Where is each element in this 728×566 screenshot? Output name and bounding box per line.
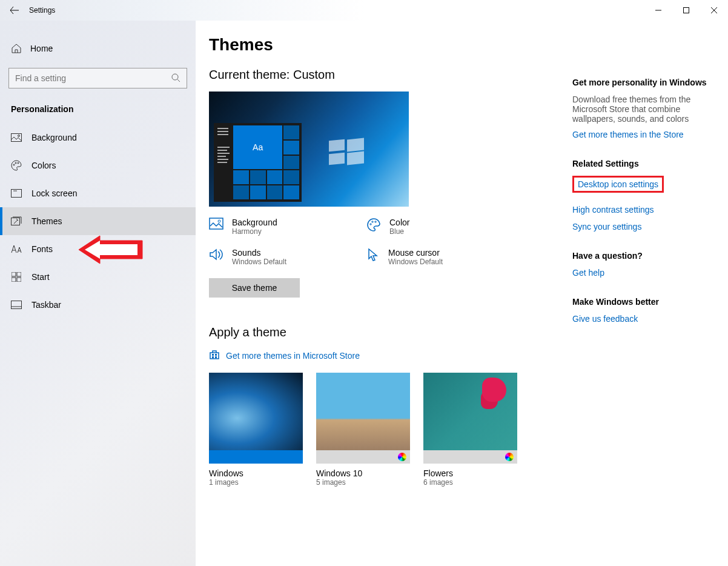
color-wheel-icon: [398, 453, 406, 461]
theme-thumbnail: [316, 373, 410, 464]
sidebar-item-label: Background: [31, 133, 77, 142]
svg-point-16: [370, 224, 371, 225]
feedback-heading: Make Windows better: [572, 297, 716, 307]
prop-title: Mouse cursor: [388, 248, 443, 258]
store-icon: [209, 349, 220, 362]
sidebar-item-label: Start: [31, 272, 50, 282]
home-icon: [11, 43, 22, 54]
start-icon: [11, 271, 22, 282]
home-nav[interactable]: Home: [0, 35, 196, 62]
svg-rect-13: [12, 301, 22, 309]
theme-card-windows10[interactable]: Windows 10 5 images: [316, 373, 410, 487]
back-button[interactable]: [0, 0, 29, 21]
high-contrast-link[interactable]: High contrast settings: [572, 205, 716, 215]
preview-tile-text: Aa: [233, 125, 282, 169]
feedback-link[interactable]: Give us feedback: [572, 314, 716, 324]
sidebar: Home Personalization Background Colors L…: [0, 21, 196, 566]
theme-prop-sounds[interactable]: SoundsWindows Default: [209, 248, 366, 266]
more-personality-heading: Get more personality in Windows: [572, 78, 716, 87]
prop-title: Sounds: [232, 248, 286, 258]
desktop-icon-settings-link[interactable]: Desktop icon settings: [578, 179, 658, 189]
maximize-button[interactable]: [672, 0, 700, 21]
theme-name: Windows: [209, 468, 303, 478]
svg-rect-8: [12, 218, 20, 225]
svg-rect-9: [12, 272, 16, 276]
svg-point-15: [218, 220, 220, 222]
prop-title: Color: [389, 218, 409, 227]
theme-prop-cursor[interactable]: Mouse cursorWindows Default: [366, 248, 524, 266]
svg-rect-11: [12, 278, 16, 282]
prop-value: Harmony: [232, 227, 277, 236]
svg-rect-10: [17, 272, 21, 276]
store-link[interactable]: Get more themes in Microsoft Store: [209, 349, 548, 362]
home-label: Home: [30, 44, 53, 53]
svg-rect-21: [212, 356, 214, 358]
sidebar-item-label: Taskbar: [31, 300, 61, 310]
save-theme-button[interactable]: Save theme: [209, 278, 300, 298]
sidebar-item-label: Fonts: [31, 244, 53, 254]
svg-rect-2: [12, 134, 22, 142]
fonts-icon: [11, 244, 22, 255]
svg-rect-7: [12, 190, 22, 198]
svg-point-6: [18, 162, 19, 164]
theme-thumbnail: [209, 373, 303, 464]
theme-name: Windows 10: [316, 468, 410, 478]
theme-preview: Aa: [209, 92, 409, 207]
prop-value: Windows Default: [388, 258, 443, 266]
svg-point-5: [15, 162, 16, 164]
sidebar-item-background[interactable]: Background: [0, 124, 196, 151]
sidebar-item-colors[interactable]: Colors: [0, 151, 196, 179]
search-icon: [171, 73, 180, 84]
color-wheel-icon: [505, 453, 514, 461]
taskbar-icon: [11, 299, 22, 310]
search-box[interactable]: [8, 68, 187, 88]
lockscreen-icon: [11, 188, 22, 199]
search-input[interactable]: [15, 73, 171, 83]
sidebar-item-lockscreen[interactable]: Lock screen: [0, 179, 196, 207]
minimize-button[interactable]: [644, 0, 672, 21]
svg-rect-22: [215, 356, 217, 358]
theme-card-windows[interactable]: Windows 1 images: [209, 373, 303, 487]
svg-rect-14: [210, 218, 223, 229]
theme-card-flowers[interactable]: Flowers 6 images: [423, 373, 517, 487]
svg-rect-0: [684, 8, 689, 13]
picture-icon: [11, 132, 22, 143]
svg-point-17: [372, 221, 373, 222]
sidebar-item-label: Lock screen: [31, 188, 77, 198]
svg-rect-20: [215, 354, 217, 356]
more-personality-text: Download free themes from the Microsoft …: [572, 95, 716, 124]
page-heading: Themes: [209, 35, 548, 55]
main-content: Themes Current theme: Custom Aa: [196, 21, 728, 566]
theme-image-count: 5 images: [316, 478, 410, 487]
sidebar-item-themes[interactable]: Themes: [0, 207, 196, 235]
theme-prop-color[interactable]: ColorBlue: [366, 218, 524, 236]
prop-value: Windows Default: [232, 258, 286, 266]
get-help-link[interactable]: Get help: [572, 268, 716, 278]
palette-icon: [11, 160, 22, 171]
annotation-highlight-box: Desktop icon settings: [572, 176, 664, 193]
themes-icon: [11, 216, 22, 227]
theme-thumbnail: [423, 373, 517, 464]
svg-point-1: [172, 74, 178, 80]
theme-image-count: 1 images: [209, 478, 303, 487]
sidebar-item-fonts[interactable]: Fonts: [0, 235, 196, 263]
sidebar-item-start[interactable]: Start: [0, 263, 196, 291]
apply-theme-heading: Apply a theme: [209, 325, 548, 339]
svg-rect-19: [212, 354, 214, 356]
category-header: Personalization: [0, 99, 196, 124]
theme-prop-background[interactable]: BackgroundHarmony: [209, 218, 366, 236]
sidebar-item-taskbar[interactable]: Taskbar: [0, 291, 196, 319]
related-settings-heading: Related Settings: [572, 159, 716, 168]
window-title: Settings: [29, 6, 55, 15]
close-button[interactable]: [700, 0, 728, 21]
titlebar: Settings: [0, 0, 728, 21]
prop-value: Blue: [389, 227, 409, 236]
current-theme-label: Current theme: Custom: [209, 68, 548, 82]
theme-image-count: 6 images: [423, 478, 517, 487]
more-themes-link[interactable]: Get more themes in the Store: [572, 130, 716, 139]
svg-point-3: [18, 135, 20, 137]
prop-title: Background: [232, 218, 277, 227]
sidebar-item-label: Themes: [31, 216, 62, 226]
sync-settings-link[interactable]: Sync your settings: [572, 222, 716, 231]
svg-point-18: [375, 221, 376, 222]
